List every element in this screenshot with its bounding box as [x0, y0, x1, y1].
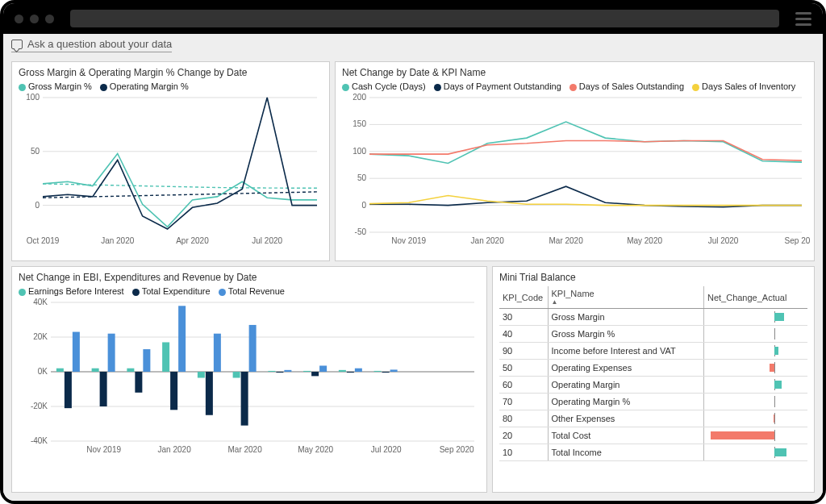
svg-rect-63 [303, 371, 311, 372]
legend-item[interactable]: Days Sales of Inventory [692, 81, 795, 91]
legend-item[interactable]: Days of Payment Outstanding [434, 81, 561, 91]
svg-text:Jan 2020: Jan 2020 [471, 236, 505, 245]
svg-text:Oct 2019: Oct 2019 [27, 236, 60, 245]
legend-item[interactable]: Cash Cycle (Days) [342, 81, 426, 91]
table-row[interactable]: 70Operating Margin % [499, 394, 807, 410]
card-margins[interactable]: Gross Margin & Operating Margin % Change… [11, 61, 330, 261]
svg-rect-48 [143, 349, 150, 372]
legend-item[interactable]: Days of Sales Outstanding [569, 81, 684, 91]
svg-text:-40K: -40K [31, 436, 48, 445]
cell-name: Total Income [548, 444, 703, 461]
svg-rect-54 [206, 372, 213, 415]
col-header[interactable]: KPI_Code [499, 286, 548, 309]
svg-rect-67 [339, 370, 346, 372]
chart-netchange: -50050100150200Nov 2019Jan 2020Mar 2020M… [342, 93, 810, 250]
svg-rect-44 [108, 334, 115, 372]
card-mini-trial[interactable]: Mini Trial Balance KPI_CodeKPI_Name▲Net_… [492, 266, 815, 493]
svg-text:100: 100 [26, 93, 40, 102]
table-row[interactable]: 90Income before Interest and VAT [499, 343, 807, 360]
svg-rect-69 [355, 369, 362, 372]
col-header[interactable]: KPI_Name▲ [548, 286, 703, 309]
cell-code: 90 [499, 343, 548, 360]
menu-icon[interactable] [795, 12, 811, 26]
svg-rect-55 [214, 334, 221, 372]
cell-name: Gross Margin [548, 309, 703, 326]
svg-rect-42 [92, 369, 99, 372]
table-row[interactable]: 30Gross Margin [499, 309, 807, 326]
svg-text:Nov 2019: Nov 2019 [86, 445, 121, 454]
svg-text:-20K: -20K [31, 402, 48, 410]
card-ebi[interactable]: Net Change in EBI, Expenditures and Reve… [11, 266, 487, 493]
svg-text:Apr 2020: Apr 2020 [176, 236, 209, 245]
cell-name: Operating Margin [548, 377, 703, 394]
svg-text:50: 50 [31, 147, 40, 156]
svg-text:May 2020: May 2020 [298, 445, 333, 454]
address-bar[interactable] [70, 10, 779, 27]
svg-text:Sep 2020: Sep 2020 [440, 445, 474, 454]
svg-rect-47 [135, 372, 142, 393]
card-title: Gross Margin & Operating Margin % Change… [19, 67, 323, 78]
dashboard-grid: Gross Margin & Operating Margin % Change… [3, 56, 823, 501]
legend-netchange: Cash Cycle (Days)Days of Payment Outstan… [342, 81, 807, 91]
cell-bar [703, 309, 807, 326]
cell-bar [703, 394, 807, 410]
cell-bar [703, 377, 807, 394]
table-row[interactable]: 60Operating Margin [499, 377, 807, 394]
svg-text:Sep 2020: Sep 2020 [785, 236, 810, 245]
svg-rect-46 [127, 369, 134, 372]
cell-name: Income before Interest and VAT [548, 343, 703, 360]
cell-name: Total Cost [548, 427, 703, 444]
svg-rect-65 [319, 365, 327, 372]
svg-rect-49 [162, 342, 169, 372]
svg-rect-71 [382, 372, 390, 373]
window-dot [30, 15, 39, 23]
table-row[interactable]: 20Total Cost [499, 427, 807, 444]
svg-rect-41 [73, 332, 80, 372]
cell-code: 50 [499, 360, 548, 377]
cell-code: 70 [499, 394, 548, 410]
legend-margins: Gross Margin %Operating Margin % [19, 81, 323, 91]
qa-placeholder: Ask a question about your data [27, 38, 172, 50]
table-row[interactable]: 50Operating Expenses [499, 360, 807, 377]
svg-text:Jul 2020: Jul 2020 [708, 236, 739, 245]
svg-text:-50: -50 [355, 227, 367, 236]
col-header[interactable]: Net_Change_Actual [703, 286, 807, 309]
svg-rect-62 [284, 370, 291, 372]
svg-rect-39 [56, 369, 64, 372]
legend-item[interactable]: Operating Margin % [100, 81, 189, 91]
svg-rect-53 [198, 372, 205, 378]
window-dot [15, 15, 23, 23]
cell-code: 40 [499, 326, 548, 343]
legend-item[interactable]: Total Revenue [219, 286, 285, 296]
legend-item[interactable]: Total Expenditure [132, 286, 211, 296]
svg-rect-58 [249, 325, 257, 372]
svg-text:May 2020: May 2020 [627, 236, 662, 245]
legend-item[interactable]: Gross Margin % [19, 81, 92, 91]
cell-name: Operating Margin % [548, 394, 703, 410]
cell-name: Operating Expenses [548, 360, 703, 377]
svg-rect-56 [233, 372, 240, 378]
cell-name: Other Expenses [548, 410, 703, 427]
svg-text:50: 50 [357, 173, 367, 182]
card-netchange[interactable]: Net Change by Date & KPI Name Cash Cycle… [335, 61, 815, 261]
svg-rect-57 [241, 372, 248, 426]
cell-code: 80 [499, 410, 548, 427]
legend-ebi: Earnings Before InterestTotal Expenditur… [19, 286, 480, 296]
qa-input[interactable]: Ask a question about your data [11, 38, 172, 52]
svg-text:40K: 40K [33, 298, 48, 306]
svg-rect-43 [100, 372, 107, 406]
svg-text:0: 0 [35, 201, 40, 210]
svg-rect-40 [65, 372, 72, 408]
svg-text:Nov 2019: Nov 2019 [391, 236, 426, 245]
table-row[interactable]: 10Total Income [499, 444, 807, 461]
window-dot [45, 15, 54, 23]
cell-bar [703, 427, 807, 444]
table-row[interactable]: 80Other Expenses [499, 410, 807, 427]
cell-code: 30 [499, 309, 548, 326]
legend-item[interactable]: Earnings Before Interest [19, 286, 124, 296]
svg-text:Jul 2020: Jul 2020 [252, 236, 282, 245]
table-row[interactable]: 40Gross Margin % [499, 326, 807, 343]
svg-text:0K: 0K [38, 367, 48, 376]
svg-text:Jul 2020: Jul 2020 [371, 445, 402, 454]
card-title: Net Change by Date & KPI Name [342, 67, 807, 78]
